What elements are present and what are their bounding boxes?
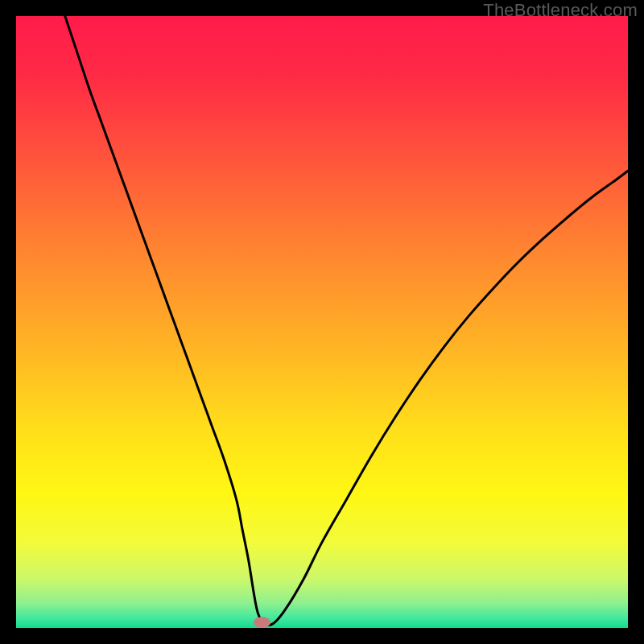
minimum-marker — [254, 617, 270, 628]
chart-background — [16, 16, 628, 628]
watermark-text: TheBottleneck.com — [483, 0, 638, 21]
chart-frame — [16, 16, 628, 628]
chart-svg — [16, 16, 628, 628]
